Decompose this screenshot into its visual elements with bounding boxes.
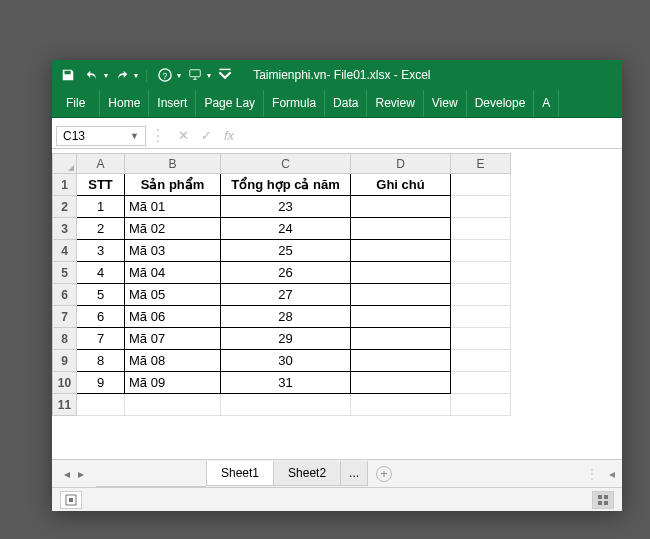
cell-e5[interactable] xyxy=(451,262,511,284)
cell-d4[interactable] xyxy=(351,240,451,262)
save-icon[interactable] xyxy=(58,66,78,84)
cell-d9[interactable] xyxy=(351,350,451,372)
redo-icon[interactable] xyxy=(112,66,132,84)
col-header-d[interactable]: D xyxy=(351,154,451,174)
cell-a5[interactable]: 4 xyxy=(77,262,125,284)
qat-customize-icon[interactable] xyxy=(215,66,235,84)
cell-e11[interactable] xyxy=(451,394,511,416)
cell-a9[interactable]: 8 xyxy=(77,350,125,372)
fx-icon[interactable]: fx xyxy=(224,128,234,143)
col-header-a[interactable]: A xyxy=(77,154,125,174)
touch-mode-icon[interactable] xyxy=(185,66,205,84)
row-header-1[interactable]: 1 xyxy=(53,174,77,196)
row-header-3[interactable]: 3 xyxy=(53,218,77,240)
tab-developer[interactable]: Develope xyxy=(467,90,535,117)
sheet-nav-prev-icon[interactable]: ◂ xyxy=(64,467,70,481)
cell-d2[interactable] xyxy=(351,196,451,218)
cell-e10[interactable] xyxy=(451,372,511,394)
touch-dropdown-icon[interactable]: ▾ xyxy=(207,71,211,80)
row-header-4[interactable]: 4 xyxy=(53,240,77,262)
tab-formulas[interactable]: Formula xyxy=(264,90,325,117)
hscroll-left-icon[interactable]: ◂ xyxy=(602,467,622,481)
cell-c11[interactable] xyxy=(221,394,351,416)
row-header-11[interactable]: 11 xyxy=(53,394,77,416)
select-all-corner[interactable] xyxy=(53,154,77,174)
cell-d11[interactable] xyxy=(351,394,451,416)
cell-e6[interactable] xyxy=(451,284,511,306)
tab-insert[interactable]: Insert xyxy=(149,90,196,117)
cell-e1[interactable] xyxy=(451,174,511,196)
cell-a2[interactable]: 1 xyxy=(77,196,125,218)
cell-c2[interactable]: 23 xyxy=(221,196,351,218)
cell-c4[interactable]: 25 xyxy=(221,240,351,262)
cell-c8[interactable]: 29 xyxy=(221,328,351,350)
cell-c9[interactable]: 30 xyxy=(221,350,351,372)
cell-a6[interactable]: 5 xyxy=(77,284,125,306)
cell-b8[interactable]: Mã 07 xyxy=(125,328,221,350)
cell-e9[interactable] xyxy=(451,350,511,372)
header-stt[interactable]: STT xyxy=(77,174,125,196)
enter-icon[interactable]: ✓ xyxy=(201,128,212,143)
cell-b3[interactable]: Mã 02 xyxy=(125,218,221,240)
cell-c5[interactable]: 26 xyxy=(221,262,351,284)
cell-c3[interactable]: 24 xyxy=(221,218,351,240)
cell-a10[interactable]: 9 xyxy=(77,372,125,394)
sheet-tab-2[interactable]: Sheet2 xyxy=(273,461,341,486)
cell-c7[interactable]: 28 xyxy=(221,306,351,328)
row-header-5[interactable]: 5 xyxy=(53,262,77,284)
tab-page-layout[interactable]: Page Lay xyxy=(196,90,264,117)
cancel-icon[interactable]: ✕ xyxy=(178,128,189,143)
formula-input[interactable] xyxy=(246,127,622,145)
view-normal-icon[interactable] xyxy=(592,491,614,509)
tab-home[interactable]: Home xyxy=(100,90,149,117)
row-header-9[interactable]: 9 xyxy=(53,350,77,372)
cell-e4[interactable] xyxy=(451,240,511,262)
macro-record-icon[interactable] xyxy=(60,491,82,509)
cell-d8[interactable] xyxy=(351,328,451,350)
cell-a3[interactable]: 2 xyxy=(77,218,125,240)
cell-b7[interactable]: Mã 06 xyxy=(125,306,221,328)
cell-b2[interactable]: Mã 01 xyxy=(125,196,221,218)
cell-a4[interactable]: 3 xyxy=(77,240,125,262)
help-dropdown-icon[interactable]: ▾ xyxy=(177,71,181,80)
col-header-b[interactable]: B xyxy=(125,154,221,174)
row-header-8[interactable]: 8 xyxy=(53,328,77,350)
redo-dropdown-icon[interactable]: ▾ xyxy=(134,71,138,80)
tab-view[interactable]: View xyxy=(424,90,467,117)
col-header-e[interactable]: E xyxy=(451,154,511,174)
tab-file[interactable]: File xyxy=(52,90,100,117)
cell-e3[interactable] xyxy=(451,218,511,240)
cell-d7[interactable] xyxy=(351,306,451,328)
add-sheet-icon[interactable]: + xyxy=(376,466,392,482)
cell-b10[interactable]: Mã 09 xyxy=(125,372,221,394)
sheet-tab-overflow[interactable]: ... xyxy=(340,461,368,486)
cell-e8[interactable] xyxy=(451,328,511,350)
undo-dropdown-icon[interactable]: ▾ xyxy=(104,71,108,80)
cell-c10[interactable]: 31 xyxy=(221,372,351,394)
row-header-10[interactable]: 10 xyxy=(53,372,77,394)
spreadsheet-grid[interactable]: A B C D E 1 STT Sản phẩm Tổng hợp cả năm… xyxy=(52,149,622,459)
cell-b11[interactable] xyxy=(125,394,221,416)
row-header-7[interactable]: 7 xyxy=(53,306,77,328)
tab-review[interactable]: Review xyxy=(367,90,423,117)
cell-a7[interactable]: 6 xyxy=(77,306,125,328)
help-icon[interactable]: ? xyxy=(155,66,175,84)
sheet-nav-next-icon[interactable]: ▸ xyxy=(78,467,84,481)
cell-b4[interactable]: Mã 03 xyxy=(125,240,221,262)
header-gc[interactable]: Ghi chú xyxy=(351,174,451,196)
name-box-dropdown-icon[interactable]: ▼ xyxy=(130,131,139,141)
cell-d3[interactable] xyxy=(351,218,451,240)
row-header-6[interactable]: 6 xyxy=(53,284,77,306)
cell-b6[interactable]: Mã 05 xyxy=(125,284,221,306)
cell-a8[interactable]: 7 xyxy=(77,328,125,350)
col-header-c[interactable]: C xyxy=(221,154,351,174)
sheet-tab-1[interactable]: Sheet1 xyxy=(206,461,274,486)
cell-e7[interactable] xyxy=(451,306,511,328)
cell-d5[interactable] xyxy=(351,262,451,284)
header-th[interactable]: Tổng hợp cả năm xyxy=(221,174,351,196)
cell-a11[interactable] xyxy=(77,394,125,416)
cell-c6[interactable]: 27 xyxy=(221,284,351,306)
header-sp[interactable]: Sản phẩm xyxy=(125,174,221,196)
cell-b9[interactable]: Mã 08 xyxy=(125,350,221,372)
undo-icon[interactable] xyxy=(82,66,102,84)
